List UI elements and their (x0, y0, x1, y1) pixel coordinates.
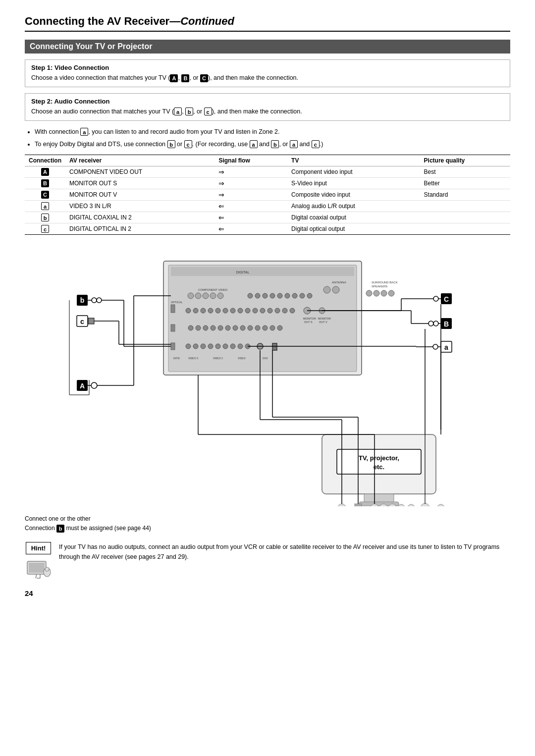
table-cell-connection: B (25, 178, 65, 189)
table-row: bDIGITAL COAXIAL IN 2⇐Digital coaxial ou… (25, 212, 510, 223)
svg-point-27 (388, 290, 394, 296)
svg-point-14 (277, 293, 282, 298)
connection-diagram: DIGITAL COMPONENT VIDEO ANTENNA SURROUND… (25, 244, 510, 506)
badge-b-note: b (56, 525, 64, 533)
svg-point-7 (203, 293, 209, 299)
svg-point-98 (97, 298, 102, 303)
svg-rect-65 (171, 343, 175, 350)
svg-point-67 (193, 344, 198, 349)
svg-text:A: A (80, 382, 85, 390)
table-cell-flow: ⇐ (214, 223, 287, 235)
table-cell-connection: a (25, 201, 65, 212)
table-cell-receiver: COMPONENT VIDEO OUT (65, 166, 214, 178)
table-cell-quality (420, 212, 510, 223)
badge-A-step1: A (170, 74, 178, 82)
svg-point-66 (186, 344, 191, 349)
step1-title: Step 1: Video Connection (31, 64, 504, 71)
table-row: ACOMPONENT VIDEO OUT⇒Component video inp… (25, 166, 510, 178)
svg-point-32 (201, 308, 206, 313)
svg-point-31 (193, 308, 198, 313)
table-row: cDIGITAL OPTICAL IN 2⇐Digital optical ou… (25, 223, 510, 235)
svg-point-110 (433, 296, 438, 301)
col-header-signal-flow: Signal flow (214, 155, 287, 166)
table-cell-flow: ⇒ (214, 166, 287, 178)
table-cell-receiver: MONITOR OUT S (65, 178, 214, 189)
step2-text: Choose an audio connection that matches … (31, 107, 504, 116)
svg-point-64 (277, 325, 282, 330)
svg-text:DIGITAL: DIGITAL (236, 270, 250, 274)
svg-point-25 (374, 290, 379, 296)
svg-point-26 (381, 290, 387, 296)
hint-label: Hint! (31, 544, 46, 552)
badge-c-bullet2: c (184, 140, 192, 148)
connect-note-2: Connection b must be assigned (see page … (25, 525, 151, 532)
table-cell-quality (420, 201, 510, 212)
table-cell-connection: c (25, 223, 65, 235)
svg-point-141 (408, 504, 415, 506)
svg-point-10 (248, 293, 253, 298)
svg-point-73 (238, 344, 243, 349)
badge-a-bullet2b: a (250, 140, 258, 148)
svg-point-69 (208, 344, 213, 349)
badge-b-bullet2b: b (271, 140, 279, 148)
svg-point-52 (188, 325, 193, 330)
table-cell-tv: Component video input (287, 166, 420, 178)
svg-point-5 (188, 293, 194, 299)
col-header-av-receiver: AV receiver (65, 155, 214, 166)
table-cell-tv: Digital optical output (287, 223, 420, 235)
table-cell-receiver: DIGITAL COAXIAL IN 2 (65, 212, 214, 223)
table-cell-connection: b (25, 212, 65, 223)
svg-point-41 (268, 308, 272, 313)
svg-point-9 (217, 293, 223, 299)
badge-B-step1: B (181, 74, 189, 82)
badge-b-step2: b (185, 108, 193, 115)
badge-c-bullet2c: c (312, 140, 320, 148)
svg-text:DATE: DATE (173, 357, 180, 360)
svg-rect-51 (171, 324, 175, 331)
svg-point-63 (270, 325, 275, 330)
svg-text:OUT S: OUT S (304, 321, 313, 324)
svg-rect-121 (364, 494, 394, 503)
svg-point-114 (433, 321, 438, 326)
col-header-picture-quality: Picture quality (420, 155, 510, 166)
svg-text:DVD: DVD (263, 357, 268, 360)
table-cell-receiver: VIDEO 3 IN L/R (65, 201, 214, 212)
svg-point-115 (428, 321, 433, 326)
svg-line-168 (36, 574, 37, 578)
svg-text:B: B (444, 320, 449, 328)
hint-row: Hint! If your TV has no audio outputs, c… (25, 542, 510, 581)
svg-point-56 (218, 325, 223, 330)
svg-text:OPTICAL: OPTICAL (171, 301, 183, 304)
svg-point-43 (282, 308, 287, 313)
svg-point-59 (240, 325, 245, 330)
diagram-area: DIGITAL COMPONENT VIDEO ANTENNA SURROUND… (25, 244, 510, 506)
table-cell-flow: ⇐ (214, 212, 287, 223)
svg-point-40 (260, 308, 265, 313)
col-header-tv: TV (287, 155, 420, 166)
svg-point-106 (91, 382, 97, 388)
table-cell-tv: S-Video input (287, 178, 420, 189)
svg-point-58 (233, 325, 238, 330)
svg-point-37 (238, 308, 243, 313)
svg-point-53 (196, 325, 201, 330)
svg-point-15 (285, 293, 290, 298)
badge-C-step1: C (200, 74, 208, 82)
table-cell-connection: A (25, 166, 65, 178)
svg-text:OUT V: OUT V (319, 321, 327, 324)
section-title-text: Connecting Your TV or Projector (30, 42, 152, 51)
title-subtitle: Continued (180, 15, 234, 27)
table-cell-tv: Digital coaxial output (287, 212, 420, 223)
svg-text:b: b (80, 296, 85, 304)
table-cell-flow: ⇐ (214, 201, 287, 212)
table-cell-tv: Composite video input (287, 189, 420, 201)
svg-point-71 (223, 344, 228, 349)
svg-point-8 (210, 293, 216, 299)
svg-point-149 (437, 504, 444, 506)
table-header-row: Connection AV receiver Signal flow TV Pi… (25, 155, 510, 166)
svg-rect-167 (29, 563, 45, 573)
svg-point-6 (195, 293, 201, 299)
svg-point-17 (300, 293, 305, 298)
table-cell-receiver: MONITOR OUT V (65, 189, 214, 201)
table-cell-quality (420, 223, 510, 235)
svg-point-62 (263, 325, 268, 330)
